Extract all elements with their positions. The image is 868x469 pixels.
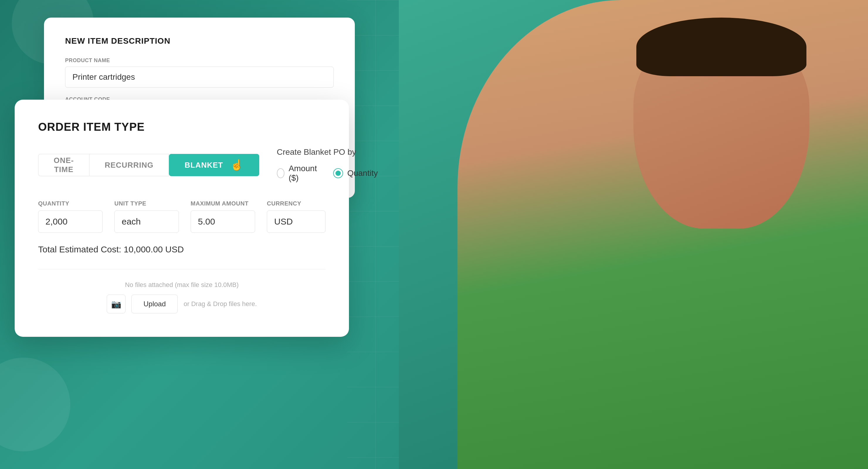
order-item-card: ORDER ITEM TYPE ONE-TIME RECURRING BLANK… <box>15 100 349 337</box>
cursor-icon: ☝ <box>230 159 244 171</box>
product-name-group: PRODUCT NAME <box>65 58 334 88</box>
tab-one-time[interactable]: ONE-TIME <box>38 154 89 176</box>
currency-group: CURRENCY <box>267 200 326 233</box>
upload-row: 📷 Upload or Drag & Drop files here. <box>38 294 326 313</box>
radio-amount[interactable]: Amount ($) <box>277 164 319 183</box>
unit-type-label: UNIT TYPE <box>114 200 179 207</box>
currency-input[interactable] <box>267 211 326 233</box>
product-name-input[interactable] <box>65 66 334 88</box>
quantity-label: QUANTITY <box>38 200 103 207</box>
create-blanket-label: Create Blanket PO by <box>277 148 378 157</box>
tab-radio-row: ONE-TIME RECURRING BLANKET ☝ Create Blan… <box>38 148 326 183</box>
upload-hint: No files attached (max file size 10.0MB) <box>38 281 326 289</box>
new-item-title: NEW ITEM DESCRIPTION <box>65 36 334 46</box>
unit-type-input[interactable] <box>114 211 179 233</box>
tab-group: ONE-TIME RECURRING BLANKET ☝ <box>38 154 259 176</box>
quantity-input[interactable] <box>38 211 103 233</box>
fields-row: QUANTITY UNIT TYPE MAXIMUM AMOUNT CURREN… <box>38 200 326 233</box>
tab-recurring[interactable]: RECURRING <box>89 154 169 176</box>
currency-label: CURRENCY <box>267 200 326 207</box>
drag-drop-text: or Drag & Drop files here. <box>184 300 256 308</box>
person-photo <box>399 0 868 469</box>
radio-amount-circle <box>277 168 285 178</box>
total-cost: Total Estimated Cost: 10,000.00 USD <box>38 245 326 254</box>
tab-blanket[interactable]: BLANKET ☝ <box>169 154 259 176</box>
upload-button[interactable]: Upload <box>131 294 178 313</box>
radio-amount-label: Amount ($) <box>288 164 319 183</box>
radio-quantity-label: Quantity <box>347 168 378 178</box>
maximum-amount-label: MAXIMUM AMOUNT <box>191 200 255 207</box>
radio-section: Create Blanket PO by Amount ($) Quantity <box>277 148 378 183</box>
order-item-title: ORDER ITEM TYPE <box>38 121 326 133</box>
upload-section: No files attached (max file size 10.0MB)… <box>38 269 326 313</box>
product-name-label: PRODUCT NAME <box>65 58 334 64</box>
radio-group: Amount ($) Quantity <box>277 164 378 183</box>
maximum-amount-group: MAXIMUM AMOUNT <box>191 200 255 233</box>
quantity-group: QUANTITY <box>38 200 103 233</box>
radio-quantity-circle <box>333 168 343 178</box>
camera-icon-button[interactable]: 📷 <box>107 294 125 313</box>
maximum-amount-input[interactable] <box>191 211 255 233</box>
unit-type-group: UNIT TYPE <box>114 200 179 233</box>
radio-quantity[interactable]: Quantity <box>333 168 378 178</box>
